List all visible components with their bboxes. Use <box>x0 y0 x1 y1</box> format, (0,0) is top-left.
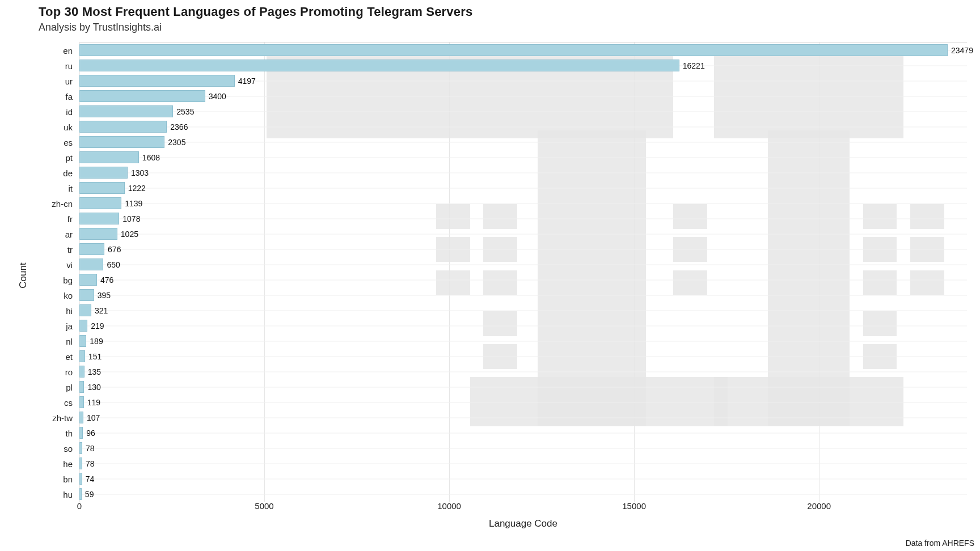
bar <box>79 182 125 194</box>
bar <box>79 412 83 423</box>
gridline-horizontal <box>79 463 967 464</box>
bar <box>79 274 97 286</box>
gridline-horizontal <box>79 188 967 188</box>
category-label: hu <box>63 489 73 499</box>
value-label: 96 <box>86 429 95 438</box>
value-label: 2535 <box>176 107 194 116</box>
category-label: et <box>65 351 73 361</box>
value-label: 1222 <box>128 184 146 193</box>
gridline-horizontal <box>79 494 967 494</box>
gridline-horizontal <box>79 433 967 433</box>
category-label: so <box>64 443 73 453</box>
value-label: 74 <box>86 474 95 484</box>
value-label: 321 <box>95 306 108 315</box>
value-label: 78 <box>86 444 95 453</box>
value-label: 2366 <box>170 122 188 132</box>
bar <box>79 350 85 362</box>
bar-row: hi321 <box>79 303 967 318</box>
bar <box>79 381 84 393</box>
value-label: 676 <box>108 245 121 254</box>
bar-row: fa3400 <box>79 88 967 104</box>
gridline-horizontal <box>79 448 967 448</box>
value-label: 219 <box>91 321 104 330</box>
bar-row: nl189 <box>79 333 967 349</box>
bar <box>79 396 84 408</box>
bar <box>79 427 83 439</box>
value-label: 135 <box>88 367 101 376</box>
bar-row: ja219 <box>79 318 967 333</box>
gridline-horizontal <box>79 325 967 326</box>
bar-row: ur4197 <box>79 73 967 88</box>
bar-row: et151 <box>79 349 967 364</box>
category-label: he <box>63 459 73 468</box>
gridline-horizontal <box>79 387 967 387</box>
x-axis: Language Code 05000100001500020000 <box>79 501 967 535</box>
bar-row: ar1025 <box>79 226 967 241</box>
category-label: uk <box>64 122 73 132</box>
value-label: 1608 <box>142 153 160 162</box>
value-label: 119 <box>87 398 100 407</box>
bar-row: ro135 <box>79 364 967 379</box>
gridline-horizontal <box>79 157 967 158</box>
bar <box>79 44 948 56</box>
value-label: 130 <box>87 383 100 392</box>
bar <box>79 289 94 301</box>
category-label: bg <box>63 275 73 285</box>
x-tick-label: 10000 <box>437 501 461 511</box>
category-label: fa <box>65 91 73 101</box>
category-label: fr <box>67 214 73 223</box>
plot-panel: en23479ru16221ur4197fa3400id2535uk2366es… <box>79 42 967 502</box>
bar <box>79 60 679 71</box>
category-label: vi <box>66 260 73 269</box>
value-label: 151 <box>88 352 102 361</box>
bar-row: de1303 <box>79 165 967 180</box>
value-label: 395 <box>98 291 111 300</box>
category-label: ar <box>65 229 73 239</box>
bar <box>79 90 205 102</box>
value-label: 1078 <box>122 214 140 223</box>
bar <box>79 320 87 332</box>
gridline-horizontal <box>79 295 967 295</box>
category-label: it <box>69 183 73 193</box>
bar-row: pt1608 <box>79 150 967 165</box>
category-label: nl <box>66 336 73 346</box>
gridline-horizontal <box>79 249 967 249</box>
bar-row: bn74 <box>79 471 967 486</box>
gridline-horizontal <box>79 341 967 341</box>
bar-row: bg476 <box>79 272 967 287</box>
category-label: ko <box>64 290 73 300</box>
gridline-horizontal <box>79 142 967 142</box>
value-label: 1139 <box>125 199 142 208</box>
value-label: 189 <box>90 337 103 346</box>
gridline-horizontal <box>79 279 967 280</box>
category-label: en <box>63 45 73 55</box>
bar <box>79 213 119 224</box>
bar <box>79 167 128 179</box>
bar-row: es2305 <box>79 134 967 150</box>
bar-row: cs119 <box>79 395 967 410</box>
value-label: 1025 <box>121 230 138 239</box>
bar-row: th96 <box>79 425 967 440</box>
value-label: 1303 <box>131 168 149 177</box>
bar <box>79 304 91 316</box>
bar-row: zh-cn1139 <box>79 196 967 211</box>
category-label: cs <box>64 397 73 407</box>
chart-caption: Data from AHREFS <box>906 539 974 548</box>
x-tick-label: 20000 <box>807 501 831 511</box>
value-label: 3400 <box>209 92 226 101</box>
category-label: es <box>64 137 73 147</box>
x-tick-label: 15000 <box>622 501 646 511</box>
gridline-horizontal <box>79 264 967 265</box>
chart-title: Top 30 Most Frequent Languages of Pages … <box>39 5 472 19</box>
bar <box>79 488 82 500</box>
category-label: hi <box>66 306 73 315</box>
bar <box>79 366 85 378</box>
bar <box>79 75 235 87</box>
bar <box>79 243 104 255</box>
gridline-horizontal <box>79 478 967 479</box>
gridline-horizontal <box>79 234 967 234</box>
bar <box>79 473 82 485</box>
gridline-horizontal <box>79 111 967 112</box>
category-label: pt <box>65 152 73 162</box>
bar-row: zh-tw107 <box>79 410 967 425</box>
